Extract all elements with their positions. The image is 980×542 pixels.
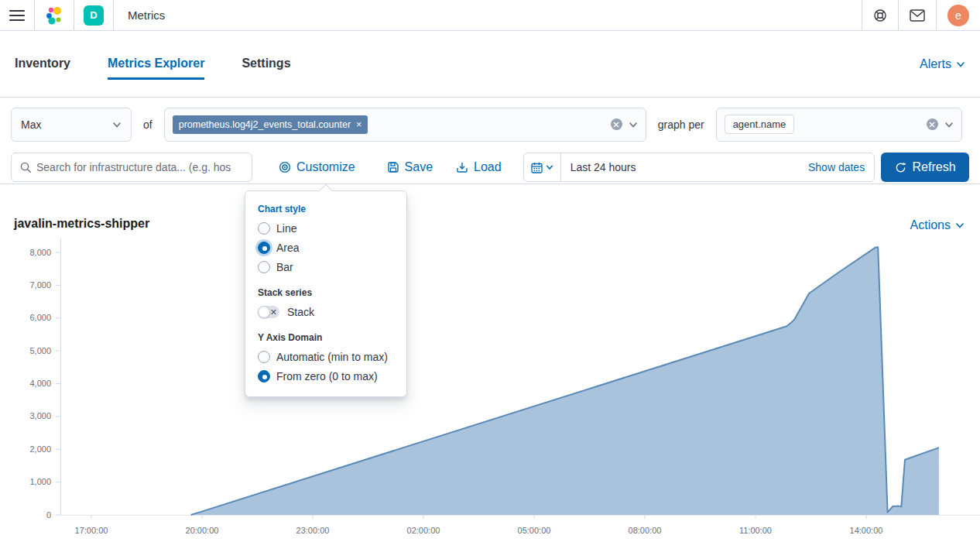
svg-text:05:00:00: 05:00:00 xyxy=(518,526,551,535)
svg-text:5,000: 5,000 xyxy=(29,346,51,355)
clear-group-by-button[interactable] xyxy=(927,118,938,130)
mail-icon xyxy=(910,9,925,22)
date-picker: Last 24 hours Show dates xyxy=(523,153,875,182)
user-menu-button[interactable]: e xyxy=(936,0,980,30)
load-label: Load xyxy=(474,160,502,174)
metric-badge[interactable]: prometheus.log4j2_events_total.counter × xyxy=(173,115,368,134)
svg-text:6,000: 6,000 xyxy=(29,313,51,322)
chevron-down-icon xyxy=(546,163,553,171)
help-icon xyxy=(873,9,887,22)
calendar-icon xyxy=(531,162,543,173)
refresh-icon xyxy=(895,162,906,173)
show-dates-button[interactable]: Show dates xyxy=(808,161,874,173)
chart-style-bar-radio[interactable]: Bar xyxy=(258,261,394,273)
hamburger-icon[interactable] xyxy=(9,10,25,21)
metric-combobox[interactable]: prometheus.log4j2_events_total.counter × xyxy=(164,108,646,142)
y-axis-from-zero-radio[interactable]: From zero (0 to max) xyxy=(258,370,394,382)
svg-text:7,000: 7,000 xyxy=(29,280,51,290)
chart-style-title: Chart style xyxy=(258,204,394,214)
radio-label: Line xyxy=(276,222,296,235)
time-range-value[interactable]: Last 24 hours xyxy=(561,161,636,173)
metric-controls-row: Max of prometheus.log4j2_events_total.co… xyxy=(0,98,980,151)
search-input[interactable] xyxy=(36,161,244,173)
svg-text:02:00:00: 02:00:00 xyxy=(407,526,440,535)
help-button[interactable] xyxy=(862,0,898,30)
radio-label: Bar xyxy=(276,261,293,273)
metrics-area-chart[interactable]: 01,0002,0003,0004,0005,0006,0007,0008,00… xyxy=(0,184,980,542)
alerts-dropdown[interactable]: Alerts xyxy=(920,57,965,71)
clear-icon xyxy=(929,122,935,128)
stack-switch-row[interactable]: ✕ Stack xyxy=(258,306,394,318)
elastic-logo-icon xyxy=(44,5,64,26)
save-label: Save xyxy=(405,160,433,174)
tab-metrics-explorer[interactable]: Metrics Explorer xyxy=(108,49,204,80)
nav-menu-button[interactable] xyxy=(0,0,35,30)
toolbar-row: Customize Save Load xyxy=(0,151,980,184)
breadcrumb: Metrics xyxy=(123,9,165,22)
avatar[interactable]: e xyxy=(947,5,969,26)
metric-badge-remove-icon[interactable]: × xyxy=(356,119,362,130)
y-axis-domain-title: Y Axis Domain xyxy=(258,332,394,343)
radio-icon[interactable] xyxy=(258,242,270,254)
quick-select-date-button[interactable] xyxy=(524,153,561,181)
customize-label: Customize xyxy=(296,160,355,174)
svg-text:14:00:00: 14:00:00 xyxy=(850,526,883,535)
aggregation-select[interactable]: Max xyxy=(11,108,132,142)
svg-text:11:00:00: 11:00:00 xyxy=(739,526,772,535)
save-icon xyxy=(387,161,399,173)
svg-text:20:00:00: 20:00:00 xyxy=(186,526,219,535)
svg-text:17:00:00: 17:00:00 xyxy=(75,526,108,535)
alerts-label: Alerts xyxy=(920,57,951,71)
toggle-off-icon: ✕ xyxy=(270,308,277,317)
radio-icon[interactable] xyxy=(258,261,270,273)
of-label: of xyxy=(132,118,164,131)
search-icon xyxy=(19,161,32,173)
stack-toggle[interactable]: ✕ xyxy=(258,306,279,318)
notifications-button[interactable] xyxy=(898,0,936,30)
stack-series-title: Stack series xyxy=(258,287,394,298)
tab-settings[interactable]: Settings xyxy=(242,49,290,80)
load-button[interactable]: Load xyxy=(456,160,502,174)
save-button[interactable]: Save xyxy=(387,160,433,174)
graph-per-label: graph per xyxy=(646,118,716,131)
chart-section: javalin-metrics-shipper Actions 01,0002,… xyxy=(0,184,980,542)
svg-text:8,000: 8,000 xyxy=(29,248,51,257)
chevron-down-icon xyxy=(112,120,122,129)
radio-icon[interactable] xyxy=(258,351,270,363)
y-axis-automatic-radio[interactable]: Automatic (min to max) xyxy=(258,351,394,363)
customize-popover: Chart style Line Area Bar Stack series ✕… xyxy=(245,190,407,397)
clear-metrics-button[interactable] xyxy=(611,118,622,130)
svg-text:0: 0 xyxy=(46,510,51,520)
aggregation-value: Max xyxy=(21,118,41,131)
tab-inventory[interactable]: Inventory xyxy=(15,49,70,80)
elastic-logo[interactable] xyxy=(35,0,74,30)
radio-icon[interactable] xyxy=(258,370,270,382)
chart-style-line-radio[interactable]: Line xyxy=(258,222,394,235)
radio-label: Automatic (min to max) xyxy=(276,351,388,363)
svg-text:23:00:00: 23:00:00 xyxy=(296,526,330,535)
metric-badge-label: prometheus.log4j2_events_total.counter xyxy=(179,119,351,130)
svg-text:1,000: 1,000 xyxy=(29,477,51,486)
chart-style-area-radio[interactable]: Area xyxy=(258,242,394,254)
refresh-button[interactable]: Refresh xyxy=(881,153,969,182)
top-header: D Metrics e xyxy=(0,0,980,31)
clear-icon xyxy=(613,122,619,128)
group-by-combobox[interactable]: agent.name xyxy=(716,108,962,142)
customize-button[interactable]: Customize xyxy=(279,160,355,174)
group-by-pill[interactable]: agent.name xyxy=(725,115,795,134)
import-icon xyxy=(456,161,468,173)
toggle-thumb[interactable] xyxy=(258,306,270,318)
chevron-down-icon[interactable] xyxy=(629,120,638,129)
svg-text:4,000: 4,000 xyxy=(29,379,51,388)
chevron-down-icon[interactable] xyxy=(944,120,954,129)
svg-text:2,000: 2,000 xyxy=(29,444,51,454)
radio-label: Area xyxy=(276,242,300,254)
search-box[interactable] xyxy=(11,153,252,182)
svg-text:08:00:00: 08:00:00 xyxy=(629,526,662,535)
eye-icon xyxy=(279,161,291,173)
space-selector[interactable]: D xyxy=(74,0,114,30)
space-badge[interactable]: D xyxy=(84,5,104,26)
svg-text:3,000: 3,000 xyxy=(29,411,51,420)
radio-icon[interactable] xyxy=(258,222,270,235)
chevron-down-icon xyxy=(956,60,965,69)
